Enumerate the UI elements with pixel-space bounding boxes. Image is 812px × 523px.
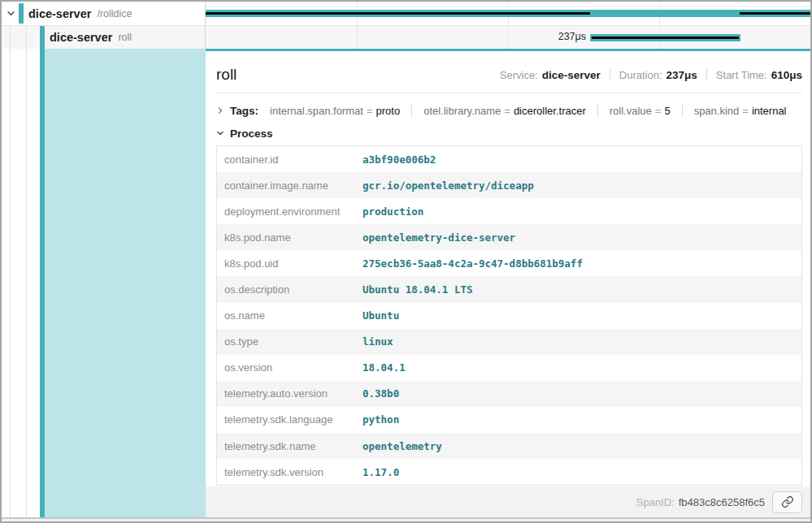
tag-item: internal.span.format = proto: [270, 105, 400, 117]
indent-guide: [26, 25, 27, 517]
table-row: container.ida3bf90e006b2: [217, 146, 801, 172]
row-divider: [2, 25, 810, 26]
spanid-value: fb483c8c6258f6c5: [679, 496, 765, 508]
span-row-rolldice[interactable]: dice-server /rolldice: [2, 2, 205, 25]
meta-separator: [706, 69, 707, 81]
service-name: dice-server: [28, 7, 91, 20]
trace-span-detail-view: dice-server /rolldice dice-server roll 2…: [0, 0, 812, 523]
service-name: dice-server: [50, 31, 112, 44]
span-bar-self-segment: [592, 37, 739, 39]
copy-link-button[interactable]: [772, 491, 802, 513]
table-row: k8s.pod.uid275ecb36-5aa8-4c2a-9c47-d8bb6…: [217, 250, 801, 276]
table-row: deployment.environmentproduction: [217, 198, 801, 224]
table-row: k8s.pod.nameopentelemetry-dice-server: [217, 224, 801, 250]
span-bar-self-segment: [740, 12, 810, 15]
span-bar-rolldice[interactable]: [206, 10, 810, 17]
meta-separator: [610, 69, 610, 81]
header-divider: [216, 93, 802, 93]
table-row: os.typelinux: [217, 329, 801, 355]
service-label: Service:: [500, 69, 538, 81]
span-row-roll[interactable]: dice-server roll: [2, 25, 205, 49]
tag-separator: [597, 105, 598, 117]
start-time-value: 610μs: [771, 69, 802, 81]
tag-separator: [411, 105, 412, 117]
start-time-label: Start Time:: [716, 69, 767, 81]
table-row: telemetry.auto.version0.38b0: [217, 381, 801, 407]
span-detail-indent-block: [45, 49, 206, 517]
span-duration-label: 237μs: [482, 31, 586, 42]
table-row: telemetry.sdk.nameopentelemetry: [217, 433, 801, 459]
tag-separator: [682, 105, 683, 117]
table-row: telemetry.sdk.languagepython: [217, 407, 801, 433]
span-detail-header: roll Service: dice-server Duration: 237μ…: [206, 51, 810, 84]
link-icon: [781, 495, 794, 508]
span-meta: Service: dice-server Duration: 237μs Sta…: [500, 69, 802, 81]
span-detail-footer: SpanID: fb483c8c6258f6c5: [206, 486, 810, 517]
indent-guide: [10, 25, 11, 517]
tag-item: otel.library.name = diceroller.tracer: [423, 105, 586, 117]
chevron-right-icon: [216, 106, 224, 115]
ruler-line: [206, 6, 810, 7]
tags-accordion-toggle[interactable]: Tags: internal.span.format = proto otel.…: [216, 100, 802, 121]
tag-item: roll.value = 5: [610, 105, 671, 117]
process-accordion-toggle[interactable]: Process: [216, 123, 802, 144]
chevron-down-icon: [216, 129, 224, 137]
operation-name: roll: [118, 32, 132, 43]
span-bar-self-segment: [206, 12, 590, 15]
duration-value: 237μs: [667, 69, 697, 81]
spanid-label: SpanID:: [636, 496, 675, 508]
span-bar-roll[interactable]: [590, 34, 740, 41]
span-color-bar: [19, 3, 24, 24]
table-row: os.nameUbuntu: [217, 303, 801, 329]
service-value: dice-server: [542, 69, 601, 81]
process-key-value-table: container.ida3bf90e006b2 container.image…: [216, 145, 802, 486]
table-row: os.descriptionUbuntu 18.04.1 LTS: [217, 276, 801, 302]
tag-item: span.kind = internal: [694, 105, 787, 117]
chevron-down-icon[interactable]: [7, 9, 15, 18]
process-header: Process: [230, 128, 273, 140]
table-row: os.version18.04.1: [217, 355, 801, 381]
span-detail-panel: roll Service: dice-server Duration: 237μ…: [206, 49, 810, 517]
table-row: container.image.namegcr.io/opentelemetry…: [217, 172, 801, 198]
tags-header: Tags:: [230, 105, 258, 117]
page-bottom-strip: [2, 519, 810, 521]
span-title: roll: [216, 66, 237, 84]
duration-label: Duration:: [619, 69, 662, 81]
table-row: telemetry.sdk.version1.17.0: [217, 459, 801, 485]
operation-name: /rolldice: [97, 8, 132, 19]
